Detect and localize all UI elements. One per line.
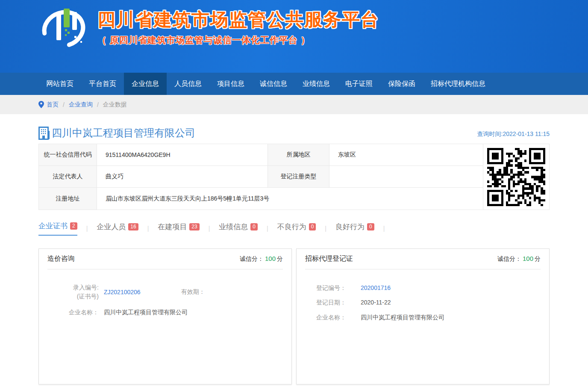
nav-item-platform-home[interactable]: 平台首页 <box>81 73 124 95</box>
registration-number-label: 登记编号： <box>316 283 356 292</box>
tab-separator: | <box>383 225 385 236</box>
site-subtitle: （ 原四川省建筑市场监管与诚信一体化工作平台 ） <box>97 34 379 46</box>
registration-date-value: 2020-11-22 <box>361 298 391 307</box>
site-title: 四川省建筑市场监管公共服务平台 <box>97 8 379 32</box>
info-value-registered-address: 眉山市东坡区眉州大道东三段天天向上186号5幢1单元11层3号 <box>97 188 483 210</box>
tab-enterprise-personnel[interactable]: 企业人员 16 <box>97 222 138 236</box>
tab-label: 不良行为 <box>277 222 306 232</box>
info-label-registration-type: 登记注册类型 <box>268 166 329 188</box>
site-header: 四川省建筑市场监管公共服务平台 （ 原四川省建筑市场监管与诚信一体化工作平台 ） <box>0 0 588 73</box>
tab-good-behavior[interactable]: 良好行为 0 <box>335 222 374 236</box>
nav-item-enterprise-info[interactable]: 企业信息 <box>124 73 167 95</box>
tab-label: 企业人员 <box>97 222 126 232</box>
tab-performance-info[interactable]: 业绩信息 0 <box>219 222 258 236</box>
tab-count-badge: 23 <box>189 223 199 230</box>
breadcrumb-current: 企业数据 <box>103 101 127 109</box>
info-label-registered-address: 注册地址 <box>39 188 97 210</box>
card-title: 造价咨询 <box>47 254 75 263</box>
tab-count-badge: 0 <box>367 223 374 230</box>
info-value-legal-rep: 曲义巧 <box>97 166 268 188</box>
tab-label: 企业证书 <box>38 221 68 231</box>
certificate-card-bidding-agency: 招标代理登记证 诚信分：100分 登记编号： 202001716 登记日期： 2… <box>296 248 550 384</box>
tab-label: 在建项目 <box>158 222 187 232</box>
certificate-number-link[interactable]: ZJ202100206 <box>104 289 141 295</box>
breadcrumb: 首页 / 企业查询 / 企业数据 <box>38 95 550 114</box>
certificate-card-cost-consulting: 造价咨询 诚信分：100分 录入编号: (证书号) ZJ202100206 有效… <box>38 248 292 384</box>
breadcrumb-separator: / <box>63 101 65 108</box>
tab-separator: | <box>267 225 268 236</box>
company-name-value: 四川中岚工程项目管理有限公司 <box>361 313 444 322</box>
main-content: 四川中岚工程项目管理有限公司 查询时间:2022-01-13 11:15 统一社… <box>38 126 550 390</box>
info-value-registration-type <box>329 166 483 188</box>
card-title: 招标代理登记证 <box>305 254 353 263</box>
credit-score-unit: 分 <box>277 255 283 262</box>
nav-item-project-info[interactable]: 项目信息 <box>209 73 252 95</box>
tab-separator: | <box>209 225 210 236</box>
info-value-region: 东坡区 <box>329 144 483 166</box>
tab-separator: | <box>325 225 326 236</box>
nav-item-site-home[interactable]: 网站首页 <box>38 73 81 95</box>
tab-label: 良好行为 <box>335 222 365 232</box>
info-value-credit-code: 91511400MA6420GE9H <box>97 144 268 166</box>
tab-bad-behavior[interactable]: 不良行为 0 <box>277 222 316 236</box>
tab-projects-under-construction[interactable]: 在建项目 23 <box>158 222 199 236</box>
query-time: 查询时间:2022-01-13 11:15 <box>477 130 550 140</box>
breadcrumb-bar: 首页 / 企业查询 / 企业数据 <box>0 95 588 114</box>
tab-count-badge: 0 <box>250 223 258 230</box>
credit-score-value: 100 <box>265 255 276 262</box>
nav-item-e-certificate[interactable]: 电子证照 <box>338 73 380 95</box>
nav-item-bidding-agency[interactable]: 招标代理机构信息 <box>423 73 493 95</box>
info-label-credit-code: 统一社会信用代码 <box>39 144 97 166</box>
info-label-legal-rep: 法定代表人 <box>39 166 97 188</box>
nav-item-credit-info[interactable]: 诚信信息 <box>252 73 295 95</box>
breadcrumb-enterprise-search[interactable]: 企业查询 <box>69 101 93 109</box>
entry-number-label: 录入编号: (证书号) <box>47 283 99 301</box>
building-icon <box>38 127 50 140</box>
credit-score-line: 诚信分：100分 <box>497 255 541 263</box>
company-name-label: 企业名称： <box>316 313 356 322</box>
credit-score-unit: 分 <box>535 255 541 262</box>
validity-period-label: 有效期： <box>181 288 205 296</box>
info-label-region: 所属地区 <box>268 144 329 166</box>
site-logo <box>39 4 90 53</box>
nav-item-personnel-info[interactable]: 人员信息 <box>167 73 209 95</box>
tab-separator: | <box>86 225 88 236</box>
nav-item-performance-info[interactable]: 业绩信息 <box>295 73 338 95</box>
tab-label: 业绩信息 <box>219 222 248 232</box>
company-title-row: 四川中岚工程项目管理有限公司 <box>38 126 195 140</box>
tab-count-badge: 2 <box>70 222 77 230</box>
tab-count-badge: 0 <box>309 223 316 230</box>
company-name-heading: 四川中岚工程项目管理有限公司 <box>52 126 195 140</box>
registration-number-link[interactable]: 202001716 <box>361 283 391 292</box>
company-info-table: 统一社会信用代码 91511400MA6420GE9H 所属地区 东坡区 法定代… <box>38 144 550 210</box>
registration-date-label: 登记日期： <box>316 298 356 307</box>
tab-separator: | <box>147 225 149 236</box>
qr-code-cell <box>483 144 549 210</box>
detail-tabs: 企业证书 2 | 企业人员 16 | 在建项目 23 | 业绩信息 0 | 不良… <box>38 221 550 236</box>
nav-item-insurance[interactable]: 保险保函 <box>380 73 423 95</box>
logo-icon <box>39 4 90 51</box>
tab-enterprise-certificates[interactable]: 企业证书 2 <box>38 221 77 236</box>
qr-code-image <box>487 148 545 206</box>
breadcrumb-separator: / <box>97 101 99 108</box>
company-name-label: 企业名称： <box>47 308 99 317</box>
main-nav: 网站首页 平台首页 企业信息 人员信息 项目信息 诚信信息 业绩信息 电子证照 … <box>0 73 588 95</box>
credit-score-label: 诚信分： <box>240 255 264 262</box>
tab-count-badge: 16 <box>128 223 138 230</box>
breadcrumb-home[interactable]: 首页 <box>47 101 59 109</box>
credit-score-line: 诚信分：100分 <box>240 255 283 263</box>
company-name-value: 四川中岚工程项目管理有限公司 <box>104 309 188 316</box>
credit-score-label: 诚信分： <box>497 255 521 262</box>
location-pin-icon <box>38 101 44 108</box>
credit-score-value: 100 <box>523 255 533 262</box>
